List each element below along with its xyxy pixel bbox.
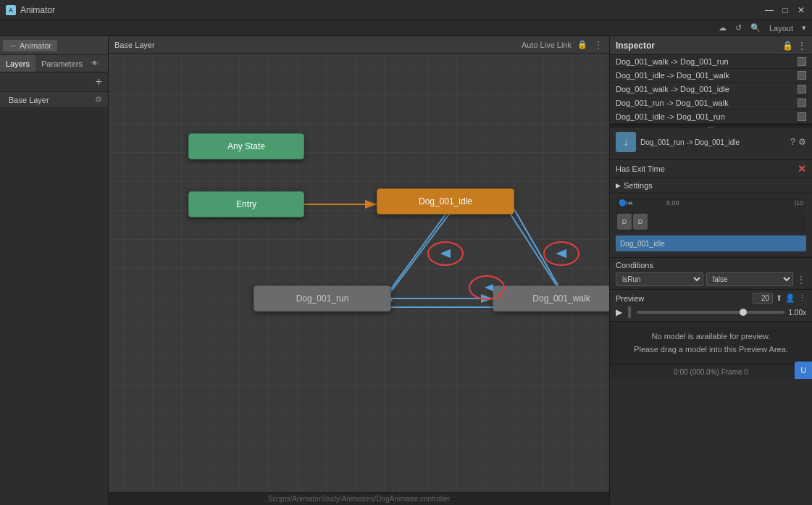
add-layer-button[interactable]: + — [96, 75, 102, 88]
condition-param-select[interactable]: isRun — [616, 272, 703, 286]
no-model-section: No model is available for preview. Pleas… — [610, 322, 812, 364]
transition-list: Dog_001_walk -> Dog_001_run Dog_001_idle… — [610, 55, 812, 125]
conditions-more-icon[interactable]: ⋮ — [796, 274, 806, 285]
search-icon[interactable]: 🔍 — [750, 23, 761, 33]
timeline-bar-d1: D — [617, 214, 632, 230]
timeline-anim-label: Dog_001_idle — [620, 240, 665, 248]
conditions-label: Conditions — [616, 261, 806, 270]
timeline-anim-bar[interactable]: Dog_001_idle — [616, 235, 806, 251]
transition-checkbox-0[interactable] — [798, 57, 806, 66]
breadcrumb-label: Base Layer — [114, 41, 155, 49]
node-entry[interactable]: Entry — [188, 191, 304, 217]
transition-down-icon: ↓ — [623, 135, 629, 149]
history-icon[interactable]: ↺ — [735, 23, 742, 33]
preview-controls: 20 ⬆ 👤 ⋮ — [753, 293, 806, 304]
svg-line-5 — [391, 209, 453, 291]
preview-section: Preview 20 ⬆ 👤 ⋮ ▶ — [610, 290, 812, 322]
maximize-button[interactable]: □ — [780, 5, 790, 15]
transition-detail: ↓ Dog_001_run -> Dog_001_idle ? ⚙ — [610, 128, 812, 160]
auto-live-link[interactable]: Auto Live Link — [522, 41, 572, 49]
inspector-lock-button[interactable]: 🔒 — [782, 41, 793, 51]
separator-icon: — — [708, 122, 715, 130]
inspector-more-button[interactable]: ⋮ — [798, 41, 806, 51]
gear-icon[interactable]: ⚙ — [95, 95, 102, 104]
eye-icon[interactable]: 👁 — [91, 59, 99, 67]
breadcrumb-bar: Base Layer Auto Live Link 🔒 ⋮ — [109, 36, 609, 54]
node-dog-run[interactable]: Dog_001_run — [254, 285, 391, 312]
preview-slider-thumb — [740, 309, 747, 316]
transition-detail-icon: ↓ — [616, 132, 636, 152]
transition-checkbox-4[interactable] — [798, 112, 806, 121]
preview-icon-2[interactable]: 👤 — [785, 293, 795, 303]
preview-play-button[interactable]: ▶ — [616, 307, 622, 317]
transition-checkbox-2[interactable] — [798, 85, 806, 93]
layout-dropdown-icon[interactable]: ▾ — [802, 23, 806, 33]
close-button[interactable]: ✕ — [796, 5, 806, 15]
system-bar-right: ☁ ↺ 🔍 Layout ▾ — [719, 23, 806, 33]
preview-icon-1[interactable]: ⬆ — [776, 293, 782, 303]
animator-footer: Scripts/AnimatorStudy/Animators/DogAnima… — [109, 492, 609, 505]
transition-item-1[interactable]: Dog_001_idle -> Dog_001_walk — [610, 69, 812, 83]
inspector-tab-bar: Inspector 🔒 ⋮ — [610, 36, 812, 55]
svg-line-3 — [384, 214, 445, 299]
inspector-icons: 🔒 ⋮ — [782, 41, 806, 51]
inspector-tab-bar-left: Inspector — [616, 41, 655, 51]
title-bar: A Animator — □ ✕ — [0, 0, 812, 20]
no-model-text-1: No model is available for preview. — [652, 330, 771, 343]
tab-bar: Layers Parameters 👁 — [0, 55, 108, 72]
has-exit-value[interactable]: ✕ — [798, 163, 806, 175]
transition-label-0: Dog_001_walk -> Dog_001_run — [616, 57, 729, 66]
svg-marker-12 — [556, 249, 566, 258]
more-icon[interactable]: ⋮ — [593, 39, 603, 51]
transition-settings-button[interactable]: ⚙ — [798, 137, 806, 147]
node-entry-label: Entry — [236, 199, 256, 209]
transition-item-0[interactable]: Dog_001_walk -> Dog_001_run — [610, 55, 812, 69]
transition-item-2[interactable]: Dog_001_walk -> Dog_001_idle — [610, 83, 812, 96]
svg-marker-10 — [440, 249, 451, 258]
title-bar-controls[interactable]: — □ ✕ — [764, 5, 806, 15]
animator-canvas[interactable]: Base Layer Auto Live Link 🔒 ⋮ — [109, 36, 609, 505]
has-exit-row: Has Exit Time ✕ — [610, 160, 812, 178]
node-dog-idle-label: Dog_001_idle — [419, 196, 472, 206]
preview-more-btn[interactable]: ⋮ — [798, 293, 806, 303]
inspector-content: Dog_001_walk -> Dog_001_run Dog_001_idle… — [610, 55, 812, 505]
preview-label: Preview — [616, 294, 644, 303]
preview-slider[interactable] — [637, 311, 784, 314]
preview-row: Preview 20 ⬆ 👤 ⋮ — [616, 293, 806, 304]
animator-icon: A — [6, 5, 16, 15]
frame-info: 0:00 (000.0%) Frame 0 — [674, 368, 748, 376]
lock-icon[interactable]: 🔒 — [577, 40, 587, 49]
layer-item-base[interactable]: Base Layer ⚙ — [0, 92, 108, 108]
animator-tab-label: Animator — [20, 41, 51, 50]
transition-help-button[interactable]: ? — [790, 137, 795, 147]
transition-detail-name: Dog_001_run -> Dog_001_idle — [640, 138, 786, 146]
transition-checkbox-1[interactable] — [798, 71, 806, 80]
ruler-5: 5:00 — [666, 199, 679, 206]
ruler-10: |10 — [795, 199, 803, 206]
node-dog-walk[interactable]: Dog_001_walk — [493, 285, 609, 312]
title-bar-left: A Animator — [6, 5, 55, 15]
transition-checkbox-3[interactable] — [798, 99, 806, 107]
minimize-button[interactable]: — — [764, 5, 774, 15]
tab-parameters[interactable]: Parameters — [35, 55, 88, 72]
settings-label: Settings — [624, 181, 653, 190]
right-panel: Inspector 🔒 ⋮ Dog_001_walk -> Dog_001_ru… — [609, 36, 812, 505]
node-dog-idle[interactable]: Dog_001_idle — [377, 188, 514, 214]
layout-label[interactable]: Layout — [769, 24, 793, 33]
animator-tab[interactable]: → Animator — [3, 40, 57, 51]
preview-number[interactable]: 20 — [753, 293, 773, 304]
condition-value-select[interactable]: false true — [706, 272, 794, 286]
system-bar: ☁ ↺ 🔍 Layout ▾ — [0, 20, 812, 36]
node-dog-run-label: Dog_001_run — [296, 293, 349, 304]
condition-row: isRun false true ⋮ — [616, 272, 806, 286]
ruler-start: 🔵⏮ — [619, 199, 633, 206]
node-any-state[interactable]: Any State — [188, 133, 304, 159]
no-model-text-2: Please drag a model into this Preview Ar… — [634, 343, 788, 356]
cloud-icon[interactable]: ☁ — [719, 23, 727, 33]
layer-item-name: Base Layer — [9, 96, 49, 104]
tab-layers[interactable]: Layers — [0, 55, 35, 72]
settings-header[interactable]: ▶ Settings — [616, 181, 806, 190]
settings-section: ▶ Settings — [610, 178, 812, 193]
transition-item-3[interactable]: Dog_001_run -> Dog_001_walk — [610, 96, 812, 110]
svg-marker-11 — [440, 249, 451, 258]
